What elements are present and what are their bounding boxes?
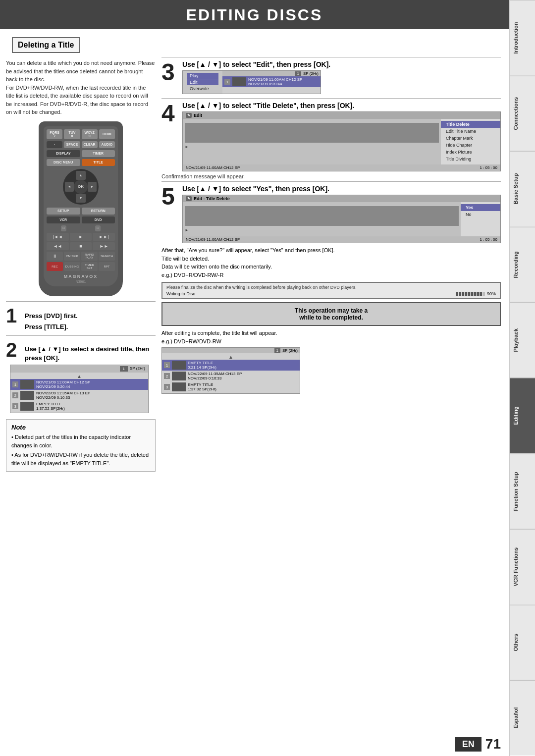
remote-btn-search[interactable]: SEARCH [99, 252, 115, 261]
step5-screen-footer: NOV/21/09 11:00AM CH12 SP 1 : 05 : 00 [183, 236, 500, 243]
remote-btn-rec[interactable]: REC [47, 262, 63, 271]
remote-control: PQRS7 TUV8 WXYZ9 HDMI · SPACE CLEAR AUDI… [39, 121, 123, 296]
step-5-title: Use [▲ / ▼] to select "Yes", then press … [182, 185, 501, 193]
after-line-3: Data will be written onto the disc momen… [161, 263, 501, 271]
remote-btn-dot[interactable]: · [47, 141, 62, 148]
step-5-row: 5 Use [▲ / ▼] to select "Yes", then pres… [161, 185, 501, 243]
note-item-2: • As for DVD+RW/DVD-RW if you delete the… [11, 451, 150, 467]
sidebar-tab-espanol[interactable]: Español [510, 680, 535, 756]
screen2-item3-info: EMPTY TITLE 1:37:52 SP(2Hr) [36, 402, 146, 411]
right-column: 3 Use [▲ / ▼] to select "Edit", then pre… [158, 57, 505, 732]
step5-footer-text: NOV/21/09 11:00AM CH12 SP [186, 237, 240, 242]
step5-left-area: ► [183, 202, 461, 236]
page-number: 71 [485, 736, 501, 752]
remote-btn-setup[interactable]: SETUP [47, 208, 80, 215]
en-badge: EN [455, 737, 482, 752]
remote-btn-rpt[interactable]: RPT [99, 262, 115, 271]
remote-btn-next[interactable]: ►►| [93, 233, 115, 241]
screen2-item2-num: 2 [12, 392, 18, 398]
sidebar-tab-connections[interactable]: Connections [510, 76, 535, 152]
remote-btn-disc-menu[interactable]: DISC MENU [47, 159, 80, 166]
remote-row-3: DISPLAY TIMER [47, 150, 115, 157]
step5-time: 1 : 05 : 00 [480, 237, 497, 242]
remote-btn-return[interactable]: RETURN [82, 208, 115, 215]
remote-btn-audio[interactable]: AUDIO [99, 141, 115, 148]
remote-transport-row-1: |◄◄ ► ►►| [47, 233, 115, 241]
remote-btn-vcr[interactable]: VCR [47, 216, 80, 223]
step-4-screen: ✎ Edit ► [182, 111, 501, 171]
remote-btn-title[interactable]: TITLE [82, 159, 115, 166]
remote-btn-prev[interactable]: |◄◄ [47, 233, 69, 241]
sidebar-tab-playback[interactable]: Playback [510, 302, 535, 378]
screen2-item1-line2: NOV/21/09 0:20:44 [36, 384, 146, 389]
step4-menu-item-2: Edit Title Name [441, 128, 500, 135]
remote-sm-btn-2[interactable]: □ [95, 225, 101, 231]
note-box: Note • Deleted part of the titles in the… [6, 419, 156, 472]
note-title: Note [11, 424, 150, 431]
writing-bars [456, 292, 485, 296]
step3-item-1: 1 NOV/21/09 11:00AM CH12 SP NOV/21/09 0:… [222, 76, 321, 87]
remote-btn-cm-skip[interactable]: CM SKIP [64, 252, 80, 261]
remote-btn-space[interactable]: SPACE [64, 141, 80, 148]
remote-btn-clear[interactable]: CLEAR [82, 141, 98, 148]
step3-sp-row: 1 SP (2Hr) [222, 71, 321, 76]
remote-btn-pqrs[interactable]: PQRS7 [47, 129, 62, 139]
dpad-left-btn[interactable]: ◄ [65, 182, 74, 192]
step5-preview [185, 206, 459, 226]
remote-btn-hdmi[interactable]: HDMI [99, 129, 115, 139]
remote-btn-rew[interactable]: ◄◄ [47, 242, 69, 250]
step4-footer-text: NOV/21/09 11:00AM CH12 SP [186, 165, 240, 170]
remote-btn-display[interactable]: DISPLAY [47, 150, 80, 157]
screen2-item1-info: NOV/21/09 11:00AM CH12 SP NOV/21/09 0:20… [36, 380, 146, 389]
screen2-item2-info: NOV/22/09 11:35AM CH13 EP NOV/22/09 0:10… [36, 391, 146, 400]
sidebar-tab-basic-setup[interactable]: Basic Setup [510, 151, 535, 227]
remote-btn-fwd[interactable]: ►► [93, 242, 115, 250]
final-screen-top: 1 SP (2Hr) [162, 348, 300, 353]
step5-header-label: Edit - Title Delete [194, 196, 230, 201]
remote-btn-wxyz[interactable]: WXYZ9 [82, 129, 98, 139]
writing-bar-7 [474, 292, 476, 296]
page-title: EDITING DISCS [186, 6, 322, 24]
remote-btn-play[interactable]: ► [70, 233, 92, 241]
final-item-3: 3 EMPTY TITLE 1:37:32 SP(2Hr) [162, 381, 300, 392]
remote-btn-pause[interactable]: ⏸ [47, 252, 63, 261]
step-3-content: Use [▲ / ▼] to select "Edit", then press… [182, 60, 501, 94]
remote-btn-timer-set[interactable]: TIMER SET [81, 262, 98, 271]
writing-bar-9 [480, 292, 482, 296]
step-1-line1: Press [DVD] first. [25, 310, 78, 321]
final-item-1: 1 EMPTY TITLE 0:21:14 SP(2Hr) [162, 360, 300, 371]
dpad-right-btn[interactable]: ► [88, 182, 97, 192]
sidebar-tab-vcr-functions[interactable]: VCR Functions [510, 529, 535, 605]
remote-dpad: ▲ ▼ ◄ ► OK [63, 169, 99, 205]
sidebar-tab-function-setup[interactable]: Function Setup [510, 454, 535, 530]
dpad-up-btn[interactable]: ▲ [76, 171, 86, 180]
screen2-badge: 1 [120, 366, 128, 372]
remote-row-setup: SETUP RETURN [47, 208, 115, 215]
remote-btn-timer[interactable]: TIMER [82, 150, 115, 157]
caution-line-1: This operation may take a [168, 307, 494, 314]
step-4-title: Use [▲ / ▼] to select "Title Delete", th… [182, 102, 501, 109]
dpad-ok-btn[interactable]: OK [74, 180, 88, 194]
remote-btn-rapid-play[interactable]: RAPID PLAY [81, 252, 98, 261]
remote-dpad-area: ▲ ▼ ◄ ► OK [47, 169, 115, 205]
remote-btn-dubbing[interactable]: DUBBING [64, 262, 80, 271]
screen2-item2-line2: NOV/22/09 0:10:33 [36, 395, 146, 400]
screen2-up-arrow: ▲ [10, 374, 148, 379]
step3-sp-label: SP (2Hr) [303, 71, 319, 76]
remote-sm-btn-1[interactable]: □ [61, 225, 67, 231]
dpad-down-btn[interactable]: ▼ [76, 194, 86, 203]
step-1-line2: Press [TITLE]. [25, 321, 78, 331]
sidebar-tab-others[interactable]: Others [510, 605, 535, 681]
final-items: ▲ 1 EMPTY TITLE 0:21:14 SP(2Hr) [162, 353, 300, 393]
sidebar-tab-recording[interactable]: Recording [510, 227, 535, 303]
remote-btn-tuv[interactable]: TUV8 [64, 129, 80, 139]
sidebar-tab-editing[interactable]: Editing [510, 378, 535, 454]
step4-header-label: Edit [194, 113, 202, 118]
remote-oval-row: □ □ [47, 225, 115, 231]
sidebar-tab-introduction[interactable]: Introduction [510, 0, 535, 76]
step4-screen-footer: NOV/21/09 11:00AM CH12 SP 1 : 05 : 00 [183, 164, 500, 171]
step5-menu-list: Yes No [461, 202, 500, 236]
remote-btn-stop[interactable]: ■ [70, 242, 92, 250]
remote-btn-dvd[interactable]: DVD [82, 216, 115, 223]
after-line-1: After that, "Are you sure?" will appear,… [161, 246, 501, 255]
